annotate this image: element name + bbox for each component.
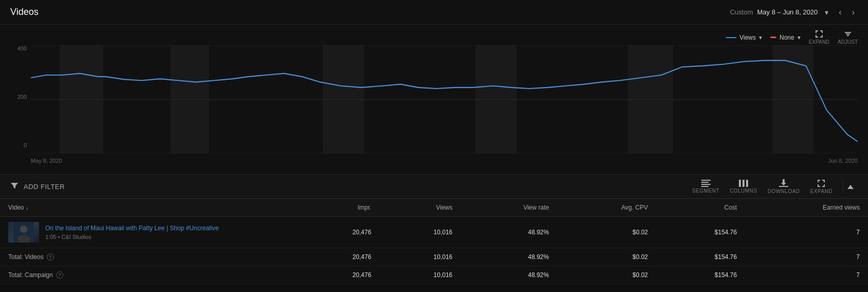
table-header-row: Video ↓ Impr. Views View rate Avg. CPV C…: [0, 199, 868, 217]
total-campaign-earned-views: 7: [745, 266, 868, 284]
y-label-400: 400: [10, 45, 31, 51]
total-videos-impr: 20,476: [298, 248, 380, 266]
svg-rect-13: [739, 180, 741, 187]
svg-rect-15: [746, 180, 748, 187]
expand-chart-label: EXPAND: [809, 39, 829, 45]
cell-impr: 20,476: [298, 217, 380, 248]
data-table: Video ↓ Impr. Views View rate Avg. CPV C…: [0, 199, 868, 284]
x-label-end: Jun 8, 2020: [828, 158, 858, 164]
chart-container: 400 200 0 May 8, 2020 Jun 8, 2020: [10, 45, 858, 164]
total-videos-label: Total: Videos ?: [0, 248, 298, 266]
add-filter-btn[interactable]: ADD FILTER: [24, 183, 65, 191]
svg-rect-16: [779, 186, 788, 187]
collapse-btn[interactable]: [843, 180, 858, 193]
total-campaign-cost: $154.76: [656, 266, 745, 284]
columns-label: COLUMNS: [730, 188, 757, 194]
views-legend-label: Views: [739, 34, 756, 41]
svg-rect-14: [742, 180, 745, 187]
total-campaign-views: 10,016: [380, 266, 461, 284]
svg-rect-10: [701, 182, 708, 183]
y-label-0: 0: [10, 142, 31, 148]
none-legend-line: [770, 37, 776, 38]
download-btn[interactable]: DOWNLOAD: [768, 179, 800, 194]
columns-btn[interactable]: COLUMNS: [730, 180, 757, 194]
video-thumbnail: [8, 222, 39, 243]
col-header-cost[interactable]: Cost: [656, 199, 745, 217]
cell-avg-cpv: $0.02: [557, 217, 656, 248]
page-header: Videos Custom May 8 – Jun 8, 2020 ▾ ‹ ›: [0, 0, 868, 25]
total-campaign-row: Total: Campaign ? 20,476 10,016 48.92% $…: [0, 266, 868, 284]
total-videos-avg-cpv: $0.02: [557, 248, 656, 266]
chart-section: Views ▾ None ▾ EXPAND ADJUST 400 200 0: [0, 25, 868, 174]
total-videos-earned-views: 7: [745, 248, 868, 266]
views-legend-dropdown[interactable]: ▾: [759, 34, 762, 41]
segment-label: SEGMENT: [692, 188, 719, 194]
page-title: Videos: [10, 7, 39, 18]
date-range: May 8 – Jun 8, 2020: [757, 8, 818, 16]
col-header-view-rate[interactable]: View rate: [460, 199, 557, 217]
cell-earned-views: 7: [745, 217, 868, 248]
total-campaign-label: Total: Campaign ?: [0, 266, 298, 284]
date-dropdown-btn[interactable]: ▾: [822, 7, 831, 18]
expand-table-label: EXPAND: [810, 188, 832, 194]
total-campaign-view-rate: 48.92%: [460, 266, 557, 284]
none-legend[interactable]: None ▾: [770, 34, 801, 41]
col-header-impr[interactable]: Impr.: [298, 199, 380, 217]
views-legend[interactable]: Views ▾: [726, 34, 762, 41]
col-header-video[interactable]: Video ↓: [0, 199, 298, 217]
cell-cost: $154.76: [656, 217, 745, 248]
total-videos-views: 10,016: [380, 248, 461, 266]
filter-bar: ADD FILTER SEGMENT COLUMNS D: [0, 174, 868, 199]
line-chart: [31, 45, 858, 153]
col-header-earned-views[interactable]: Earned views: [745, 199, 868, 217]
total-videos-cost: $154.76: [656, 248, 745, 266]
video-cell: On the Island of Maui Hawaii with Patty …: [0, 217, 298, 248]
filter-left: ADD FILTER: [10, 182, 65, 192]
sort-arrow-video: ↓: [26, 205, 28, 211]
svg-rect-12: [701, 186, 708, 187]
chart-x-labels: May 8, 2020 Jun 8, 2020: [31, 158, 858, 164]
svg-rect-9: [701, 180, 711, 181]
none-legend-dropdown[interactable]: ▾: [798, 34, 801, 41]
video-title[interactable]: On the Island of Maui Hawaii with Patty …: [45, 225, 219, 232]
download-label: DOWNLOAD: [768, 188, 800, 194]
total-videos-info-icon[interactable]: ?: [47, 253, 54, 261]
next-date-btn[interactable]: ›: [849, 7, 858, 18]
header-right: Custom May 8 – Jun 8, 2020 ▾ ‹ ›: [730, 7, 858, 18]
total-videos-row: Total: Videos ? 20,476 10,016 48.92% $0.…: [0, 248, 868, 266]
cell-view-rate: 48.92%: [460, 217, 557, 248]
none-legend-label: None: [780, 34, 794, 41]
chart-y-labels: 400 200 0: [10, 45, 31, 148]
segment-btn[interactable]: SEGMENT: [692, 180, 719, 194]
table-section: Video ↓ Impr. Views View rate Avg. CPV C…: [0, 199, 868, 284]
svg-point-18: [20, 226, 27, 233]
filter-right: SEGMENT COLUMNS DOWNLOAD EXPAND: [692, 179, 858, 194]
expand-table-btn[interactable]: EXPAND: [810, 179, 832, 194]
video-info: On the Island of Maui Hawaii with Patty …: [45, 225, 219, 240]
col-header-views[interactable]: Views: [380, 199, 461, 217]
x-label-start: May 8, 2020: [31, 158, 62, 164]
date-label: Custom: [730, 8, 753, 16]
filter-icon: [10, 182, 19, 192]
adjust-chart-label: ADJUST: [838, 39, 858, 45]
y-label-200: 200: [10, 94, 31, 100]
video-meta: 1:05 • C&I Studios: [45, 234, 219, 240]
cell-views: 10,016: [380, 217, 461, 248]
chart-controls: Views ▾ None ▾ EXPAND ADJUST: [726, 30, 858, 45]
total-campaign-info-icon[interactable]: ?: [56, 271, 63, 279]
adjust-chart-btn[interactable]: ADJUST: [838, 30, 858, 45]
total-campaign-avg-cpv: $0.02: [557, 266, 656, 284]
prev-date-btn[interactable]: ‹: [836, 7, 844, 18]
expand-chart-btn[interactable]: EXPAND: [809, 30, 829, 45]
total-videos-view-rate: 48.92%: [460, 248, 557, 266]
col-header-avg-cpv[interactable]: Avg. CPV: [557, 199, 656, 217]
table-row: On the Island of Maui Hawaii with Patty …: [0, 217, 868, 248]
svg-rect-11: [701, 184, 711, 185]
total-campaign-impr: 20,476: [298, 266, 380, 284]
views-legend-line: [726, 37, 736, 38]
